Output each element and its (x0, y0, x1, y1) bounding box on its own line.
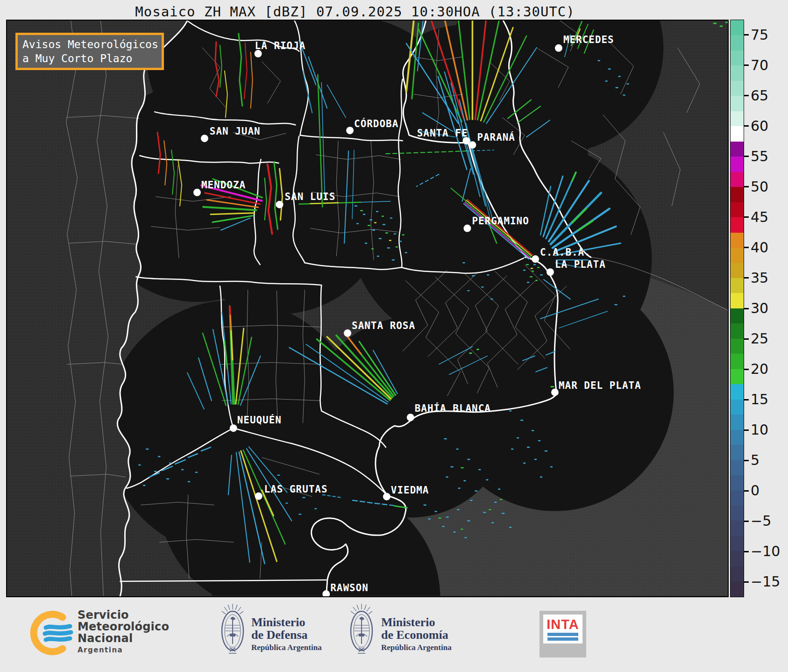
colorbar-tick-mark (744, 460, 749, 461)
inta-logo: INTA (540, 611, 586, 658)
smn-line1: Servicio (78, 609, 169, 621)
colorbar-tick-label: 65 (751, 88, 788, 104)
city-dot (532, 255, 539, 263)
colorbar-tick-mark (744, 277, 749, 279)
colorbar-bin (731, 263, 744, 278)
city-label: C.A.B.A. (540, 247, 591, 258)
colorbar-bin (731, 566, 744, 581)
colorbar-tick-label: 40 (751, 240, 788, 256)
city-label: PERGAMINO (472, 215, 529, 227)
city-label: LAS GRUTAS (264, 484, 328, 495)
colorbar-tick-mark (744, 521, 749, 522)
colorbar-bin (731, 491, 744, 506)
colorbar-bin (731, 384, 744, 399)
colorbar-tick-label: 50 (751, 179, 788, 195)
colorbar-tick-label: −5 (751, 513, 788, 529)
economia-line2: de Economía (381, 629, 452, 641)
colorbar-bin (731, 142, 744, 157)
colorbar-bin (731, 233, 744, 248)
city-dot (346, 127, 354, 134)
colorbar-tick-label: −10 (751, 543, 788, 559)
city-label: MENDOZA (201, 179, 246, 191)
radar-mosaic-page: Mosaico ZH MAX [dBZ] 07.09.2025 10:30HOA… (0, 0, 788, 672)
colorbar-bin (731, 96, 744, 111)
city-dot (344, 329, 351, 337)
city-label: NEUQUÉN (237, 414, 282, 426)
city-dot (230, 424, 237, 432)
colorbar-bin (731, 217, 744, 232)
city-label: MERCEDES (563, 34, 614, 45)
city-label: CÓRDOBA (354, 118, 398, 129)
colorbar-bin (731, 308, 744, 323)
colorbar-bin (731, 50, 744, 65)
colorbar-bin (731, 35, 744, 50)
dbz-colorbar (730, 20, 744, 597)
colorbar-bin (731, 65, 744, 80)
city-dot (276, 201, 284, 208)
warning-line-2: a Muy Corto Plazo (22, 51, 157, 65)
city-label: LA PLATA (555, 259, 606, 270)
colorbar-tick-label: 75 (751, 27, 788, 43)
defensa-coat-of-arms-icon (220, 602, 246, 660)
colorbar-tick-label: 10 (751, 422, 788, 438)
colorbar-tick-label: 5 (751, 452, 788, 468)
city-dot (193, 189, 201, 196)
city-label: MAR DEL PLATA (559, 380, 641, 391)
defensa-wordmark: Ministerio de Defensa República Argentin… (251, 616, 322, 652)
colorbar-bin (731, 475, 744, 490)
city-label: LA RIOJA (255, 40, 306, 51)
colorbar-bin (731, 430, 744, 445)
colorbar-bin (731, 111, 744, 126)
page-title: Mosaico ZH MAX [dBZ] 07.09.2025 10:30HOA… (0, 4, 710, 20)
colorbar-tick-mark (744, 369, 749, 370)
economia-line1: Ministerio (381, 616, 452, 629)
city-dot (407, 414, 414, 421)
warning-line-1: Avisos Meteorológicos (22, 37, 157, 51)
smn-logo (29, 611, 73, 655)
city-dot (551, 388, 559, 396)
colorbar-tick-label: −15 (751, 574, 788, 590)
colorbar-bin (731, 369, 744, 384)
colorbar-bin (731, 551, 744, 566)
colorbar-bin (731, 400, 744, 415)
city-dot (463, 225, 471, 232)
colorbar-tick-mark (744, 34, 749, 36)
colorbar-bin (731, 581, 744, 596)
defensa-line3: República Argentina (251, 643, 322, 652)
colorbar-tick-label: 70 (751, 57, 788, 73)
colorbar-tick-mark (744, 429, 749, 431)
colorbar-tick-label: 60 (751, 118, 788, 134)
colorbar-bin (731, 20, 744, 35)
colorbar-bin (731, 536, 744, 551)
colorbar-tick-mark (744, 308, 749, 309)
colorbar-tick-label: 35 (751, 270, 788, 286)
colorbar-bin (731, 460, 744, 475)
smn-logo-waves (45, 626, 71, 640)
colorbar-tick-mark (744, 156, 749, 157)
footer: Servicio Meteorológico Nacional Argentin… (0, 597, 788, 672)
defensa-line1: Ministerio (251, 616, 322, 629)
colorbar-bin (731, 445, 744, 460)
city-label: SAN LUIS (284, 191, 335, 202)
city-dot (201, 135, 208, 142)
defensa-line2: de Defensa (251, 629, 322, 641)
economia-line3: República Argentina (381, 643, 452, 652)
colorbar-tick-mark (744, 247, 749, 248)
colorbar-bin (731, 81, 744, 96)
colorbar-tick-label: 30 (751, 300, 788, 316)
colorbar-bin (731, 126, 744, 141)
economia-wordmark: Ministerio de Economía República Argenti… (381, 616, 452, 652)
colorbar-tick-label: 0 (751, 483, 788, 499)
colorbar-bin (731, 415, 744, 429)
colorbar-tick-mark (744, 95, 749, 96)
economia-coat-of-arms-icon (348, 602, 375, 660)
city-label: SANTA ROSA (352, 320, 415, 331)
colorbar-bin (731, 354, 744, 369)
colorbar-bin (731, 323, 744, 338)
city-dot (469, 141, 476, 149)
colorbar-bin (731, 187, 744, 202)
colorbar-tick-label: 45 (751, 209, 788, 225)
warning-box: Avisos Meteorológicos a Muy Corto Plazo (15, 33, 164, 70)
smn-line3: Nacional (78, 633, 169, 644)
city-label: SANTA FE (417, 128, 468, 139)
